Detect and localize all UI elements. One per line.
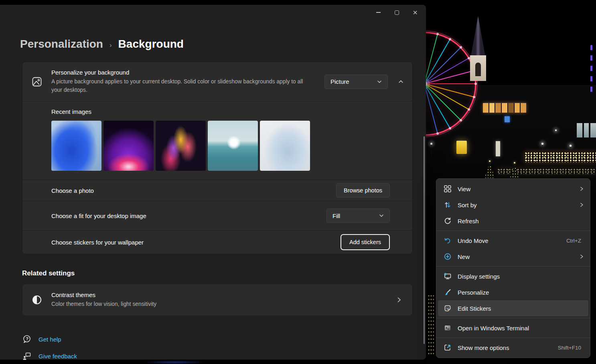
menu-item-show-more-options[interactable]: Show more options Shift+F10	[438, 340, 588, 356]
new-item-icon	[444, 253, 452, 261]
fit-dropdown[interactable]: Fill	[326, 208, 390, 223]
menu-item-view[interactable]: View	[438, 181, 588, 197]
add-stickers-button[interactable]: Add stickers	[341, 234, 390, 250]
choose-stickers-label: Choose stickers for your wallpaper	[51, 239, 144, 246]
card-description: A picture background applies to your cur…	[51, 78, 311, 94]
screen: × Personalization › Background Personali…	[0, 0, 596, 364]
shortcut-label: Shift+F10	[558, 345, 581, 351]
show-more-options-icon	[444, 344, 452, 352]
menu-separator	[436, 231, 590, 231]
street-lamp	[430, 143, 432, 145]
background-type-value: Picture	[330, 78, 349, 85]
menu-separator	[436, 266, 590, 267]
white-sign	[496, 141, 500, 156]
recent-images-label: Recent images	[51, 108, 412, 115]
give-feedback-link[interactable]: Give feedback	[22, 351, 77, 361]
recent-image-3-thumbnail[interactable]	[156, 121, 206, 171]
give-feedback-label: Give feedback	[39, 353, 77, 360]
neon-strip	[590, 45, 592, 96]
vertical-scrollbar[interactable]	[424, 136, 425, 344]
recent-image-4-thumbnail[interactable]	[208, 121, 258, 171]
collapse-expander-button[interactable]	[398, 79, 403, 84]
menu-item-undo-move[interactable]: Undo Move Ctrl+Z	[438, 233, 588, 249]
undo-icon	[444, 237, 452, 245]
breadcrumb-personalization[interactable]: Personalization	[20, 38, 103, 51]
windows-terminal-icon	[444, 324, 452, 332]
choose-photo-label: Choose a photo	[51, 187, 94, 194]
recent-image-5-thumbnail[interactable]	[260, 121, 310, 171]
submenu-chevron-icon	[579, 202, 584, 207]
breadcrumb: Personalization › Background	[20, 38, 184, 51]
fit-value: Fill	[332, 212, 340, 219]
menu-item-display-settings[interactable]: ⚙ Display settings	[438, 268, 588, 284]
svg-text:⚙: ⚙	[444, 272, 447, 276]
related-settings-heading: Related settings	[22, 269, 75, 277]
background-type-dropdown[interactable]: Picture	[324, 75, 388, 89]
chevron-up-icon	[398, 79, 403, 84]
menu-item-open-in-windows-terminal[interactable]: Open in Windows Terminal	[438, 320, 588, 336]
close-button[interactable]: ×	[406, 6, 424, 19]
blue-lit-window	[505, 116, 510, 122]
church-tower	[468, 16, 488, 87]
personalize-background-card: Personalize your background A picture ba…	[22, 62, 413, 254]
maximize-icon	[395, 10, 399, 15]
tree-star	[489, 160, 491, 162]
submenu-chevron-icon	[579, 186, 584, 191]
help-bubble-icon: ?	[22, 334, 32, 344]
recent-image-1-thumbnail[interactable]	[51, 121, 101, 171]
choose-fit-label: Choose a fit for your desktop image	[51, 212, 146, 219]
street-lamp	[555, 129, 557, 131]
bottom-blue-glow	[144, 360, 205, 364]
contrast-icon	[32, 295, 42, 305]
choose-fit-row: Choose a fit for your desktop image Fill	[22, 201, 412, 230]
chevron-down-icon	[377, 79, 382, 84]
choose-stickers-row: Choose stickers for your wallpaper Add s…	[22, 231, 412, 254]
personalize-brush-icon	[444, 288, 452, 296]
lit-windows-row	[483, 103, 526, 113]
shortcut-label: Ctrl+Z	[566, 238, 581, 244]
menu-item-sort-by[interactable]: Sort by	[438, 197, 588, 213]
contrast-themes-card[interactable]: Contrast themes Color themes for low vis…	[22, 284, 413, 316]
right-building-windows	[577, 123, 596, 138]
tree-star	[514, 162, 515, 164]
get-help-link[interactable]: ? Get help	[22, 334, 61, 344]
settings-window: × Personalization › Background Personali…	[0, 5, 426, 360]
maximize-button[interactable]	[387, 6, 406, 19]
choose-photo-row: Choose a photo Browse photos	[22, 180, 412, 201]
view-grid-icon	[444, 185, 452, 193]
recent-image-2-thumbnail[interactable]	[103, 121, 154, 171]
recent-images-section: Recent images	[22, 101, 412, 180]
contrast-themes-title: Contrast themes	[51, 291, 396, 298]
image-icon	[31, 76, 43, 88]
minimize-button[interactable]	[369, 6, 387, 19]
breadcrumb-separator-icon: ›	[109, 41, 112, 49]
menu-separator	[436, 318, 590, 318]
yellow-sign	[456, 141, 467, 154]
sort-arrows-icon	[444, 201, 452, 209]
menu-item-personalize[interactable]: Personalize	[438, 284, 588, 300]
light-sparkles	[428, 295, 434, 355]
background-expander-header[interactable]: Personalize your background A picture ba…	[22, 62, 412, 101]
get-help-label: Get help	[39, 336, 61, 343]
desktop-context-menu: View Sort by	[436, 178, 590, 358]
submenu-chevron-icon	[579, 254, 584, 259]
street-lamp	[570, 145, 572, 147]
page-title: Background	[118, 38, 184, 51]
menu-item-refresh[interactable]: Refresh	[438, 213, 588, 229]
window-caption-buttons: ×	[369, 6, 424, 19]
street-lamp	[541, 143, 543, 145]
contrast-themes-description: Color themes for low vision, light sensi…	[51, 300, 311, 309]
menu-separator	[436, 338, 590, 338]
browse-photos-button[interactable]: Browse photos	[336, 183, 390, 198]
display-settings-icon: ⚙	[444, 272, 452, 280]
svg-text:?: ?	[26, 336, 28, 341]
menu-item-edit-stickers[interactable]: Edit Stickers	[438, 300, 588, 316]
edit-stickers-icon	[444, 304, 452, 312]
string-lights	[525, 152, 596, 162]
menu-item-new[interactable]: New	[438, 249, 588, 265]
card-title: Personalize your background	[51, 69, 324, 76]
minimize-icon	[376, 12, 381, 13]
feedback-person-icon	[22, 351, 32, 361]
chevron-down-icon	[379, 213, 384, 218]
close-icon: ×	[413, 8, 418, 16]
